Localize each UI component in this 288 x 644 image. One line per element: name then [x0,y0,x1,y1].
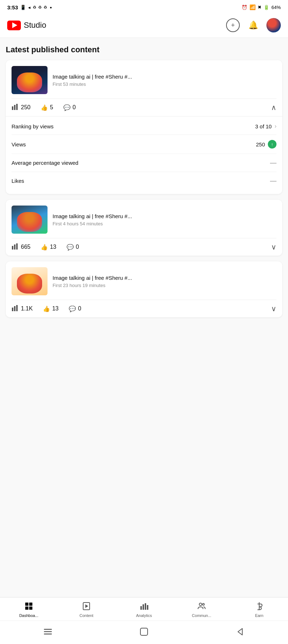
card-stats-3: 1.1K 👍 13 💬 0 ∨ [6,300,282,317]
svg-rect-1 [14,105,15,110]
plus-icon: + [231,22,235,29]
ranking-value: 3 of 10 [255,123,272,129]
battery-percent: 64% [271,5,281,10]
likes-value-2: 13 [50,244,57,250]
svg-point-19 [199,603,202,606]
comments-value-2: 0 [76,244,79,250]
logo-area: Studio [7,21,46,30]
back-button[interactable] [233,625,247,639]
svg-marker-25 [238,628,242,635]
thumbs-up-icon-1: 👍 [41,104,48,111]
likes-stat-3: 👍 13 [43,305,59,312]
content-card-1: Image talking ai | free #Sheru #... Firs… [6,60,282,194]
views-stat-1: 250 [12,103,31,111]
section-title: Latest published content [6,45,282,54]
bottom-spacer [6,323,282,366]
nav-analytics[interactable]: Analytics [130,600,158,619]
thumbnail-3 [12,267,48,295]
svg-rect-2 [16,104,18,110]
content-card-3: Image talking ai | free #Sheru #... Firs… [6,261,282,317]
views-detail-value: 250 [256,141,265,147]
svg-rect-3 [12,246,13,250]
status-time: 3:53 [7,4,18,10]
svg-rect-16 [143,604,144,610]
views-value-3: 1.1K [21,305,33,312]
views-detail-right: 250 ↑ [256,140,276,149]
comment-icon-3: 💬 [69,305,76,312]
thumbnail-1 [12,66,48,94]
content-icon [82,602,91,612]
card-top-2: Image talking ai | free #Sheru #... Firs… [6,200,282,238]
card-details-1: Ranking by views 3 of 10 › Views 250 ↑ A… [6,116,282,194]
comments-stat-2: 💬 0 [67,244,79,251]
card-info-1: Image talking ai | free #Sheru #... Firs… [53,73,276,87]
bar-chart-icon-1 [12,103,19,111]
header: Studio + 🔔 [0,14,288,38]
svg-rect-10 [29,603,32,606]
wifi-icon: 📶 [249,4,256,10]
svg-rect-23 [44,634,52,635]
svg-rect-9 [25,603,28,606]
alarm-icon: ⏰ [242,5,247,10]
ranking-row[interactable]: Ranking by views 3 of 10 › [12,118,276,135]
comment-icon-2: 💬 [67,244,74,251]
home-button[interactable] [137,625,151,639]
ranking-label: Ranking by views [12,123,54,129]
views-value-2: 665 [21,244,31,250]
nav-community[interactable]: Commun... [187,600,216,619]
earn-icon [255,602,264,612]
comments-stat-1: 💬 0 [63,104,76,111]
whatsapp-icon: 📱 [20,5,26,10]
notification-button[interactable]: 🔔 [246,18,260,32]
dashboard-icon [24,602,33,612]
studio-label: Studio [24,21,46,30]
nav-content[interactable]: Content [72,600,101,619]
svg-point-20 [203,604,204,605]
card-stats-2: 665 👍 13 💬 0 ∨ [6,238,282,256]
likes-row: Likes — [12,172,276,190]
svg-marker-14 [85,604,88,608]
status-bar: 3:53 📱 ◂ ♻ ♻ ♻ ● ⏰ 📶 ✖ 🔋 64% [0,0,288,14]
svg-rect-0 [12,106,13,110]
nav-dashboard-label: Dashboa... [19,613,38,618]
dot-icon: ● [50,5,52,9]
card-top-3: Image talking ai | free #Sheru #... Firs… [6,261,282,300]
nav-dashboard[interactable]: Dashboa... [14,600,43,619]
likes-detail-value: — [270,177,276,185]
analytics-icon [140,602,148,612]
svg-rect-7 [14,306,15,311]
add-button[interactable]: + [226,18,240,32]
card-subtitle-2: First 4 hours 54 minutes [53,221,276,226]
nav-items: Dashboa... Content Analytics [0,597,288,621]
avg-value: — [270,159,276,167]
main-content: Latest published content Image talking a… [0,38,288,374]
svg-rect-5 [16,243,18,250]
expand-toggle-3[interactable]: ∨ [271,304,276,313]
ranking-right: 3 of 10 › [255,123,276,129]
avatar[interactable] [266,18,281,32]
svg-rect-6 [12,308,13,311]
svg-rect-12 [29,606,32,610]
likes-detail-label: Likes [12,178,24,184]
menu-button[interactable] [41,625,55,639]
card-title-3: Image talking ai | free #Sheru #... [53,274,276,282]
svg-rect-24 [140,628,148,635]
views-value-1: 250 [21,104,31,111]
avatar-image [266,18,281,32]
expand-toggle-2[interactable]: ∨ [271,243,276,251]
thumbs-up-icon-3: 👍 [43,305,50,312]
svg-rect-4 [14,244,15,250]
card-title-1: Image talking ai | free #Sheru #... [53,73,276,80]
content-card-2: Image talking ai | free #Sheru #... Firs… [6,200,282,256]
status-left: 3:53 📱 ◂ ♻ ♻ ♻ ● [7,4,52,10]
thumbnail-2 [12,206,48,234]
nav-earn[interactable]: Earn [245,600,274,619]
likes-value-1: 5 [50,104,53,111]
avg-label: Average percentage viewed [12,160,78,166]
views-stat-3: 1.1K [12,305,33,313]
nav-earn-label: Earn [255,613,263,618]
expand-toggle-1[interactable]: ∧ [271,103,276,112]
card-stats-1: 250 👍 5 💬 0 ∧ [6,99,282,116]
header-icons: + 🔔 [226,18,281,32]
location-icon: ◂ [28,5,31,10]
